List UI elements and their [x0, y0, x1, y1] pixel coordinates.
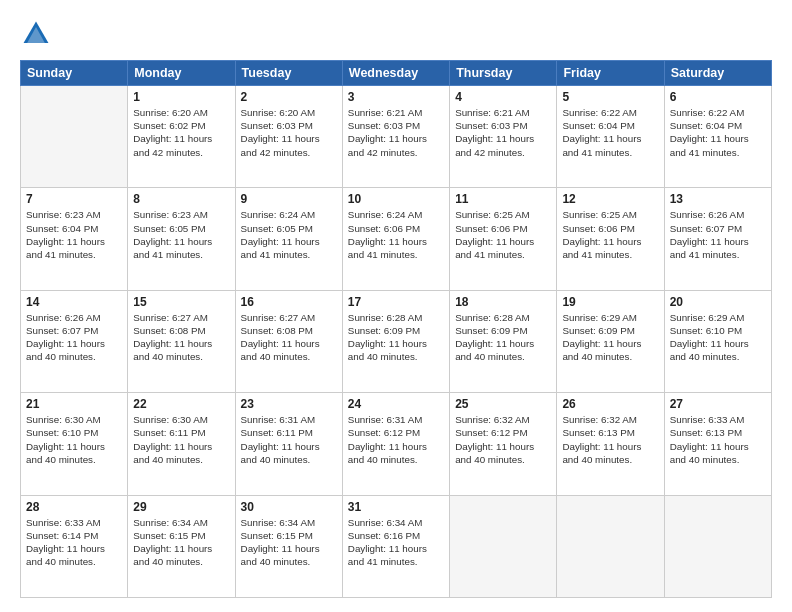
day-info: Sunrise: 6:28 AM Sunset: 6:09 PM Dayligh…: [348, 311, 444, 364]
week-row-4: 21Sunrise: 6:30 AM Sunset: 6:10 PM Dayli…: [21, 393, 772, 495]
day-info: Sunrise: 6:26 AM Sunset: 6:07 PM Dayligh…: [26, 311, 122, 364]
day-cell: 12Sunrise: 6:25 AM Sunset: 6:06 PM Dayli…: [557, 188, 664, 290]
day-info: Sunrise: 6:30 AM Sunset: 6:10 PM Dayligh…: [26, 413, 122, 466]
day-cell: 11Sunrise: 6:25 AM Sunset: 6:06 PM Dayli…: [450, 188, 557, 290]
day-cell: 23Sunrise: 6:31 AM Sunset: 6:11 PM Dayli…: [235, 393, 342, 495]
day-cell: 13Sunrise: 6:26 AM Sunset: 6:07 PM Dayli…: [664, 188, 771, 290]
day-number: 7: [26, 192, 122, 206]
day-number: 11: [455, 192, 551, 206]
day-info: Sunrise: 6:29 AM Sunset: 6:10 PM Dayligh…: [670, 311, 766, 364]
day-cell: 3Sunrise: 6:21 AM Sunset: 6:03 PM Daylig…: [342, 86, 449, 188]
day-info: Sunrise: 6:31 AM Sunset: 6:12 PM Dayligh…: [348, 413, 444, 466]
day-info: Sunrise: 6:22 AM Sunset: 6:04 PM Dayligh…: [562, 106, 658, 159]
day-number: 16: [241, 295, 337, 309]
day-number: 14: [26, 295, 122, 309]
day-cell: 19Sunrise: 6:29 AM Sunset: 6:09 PM Dayli…: [557, 290, 664, 392]
day-cell: 31Sunrise: 6:34 AM Sunset: 6:16 PM Dayli…: [342, 495, 449, 597]
day-info: Sunrise: 6:28 AM Sunset: 6:09 PM Dayligh…: [455, 311, 551, 364]
day-number: 18: [455, 295, 551, 309]
day-number: 15: [133, 295, 229, 309]
day-info: Sunrise: 6:24 AM Sunset: 6:06 PM Dayligh…: [348, 208, 444, 261]
day-number: 3: [348, 90, 444, 104]
day-number: 13: [670, 192, 766, 206]
day-number: 23: [241, 397, 337, 411]
day-cell: 15Sunrise: 6:27 AM Sunset: 6:08 PM Dayli…: [128, 290, 235, 392]
day-cell: 24Sunrise: 6:31 AM Sunset: 6:12 PM Dayli…: [342, 393, 449, 495]
day-cell: 8Sunrise: 6:23 AM Sunset: 6:05 PM Daylig…: [128, 188, 235, 290]
day-info: Sunrise: 6:25 AM Sunset: 6:06 PM Dayligh…: [562, 208, 658, 261]
day-cell: 10Sunrise: 6:24 AM Sunset: 6:06 PM Dayli…: [342, 188, 449, 290]
day-cell: 6Sunrise: 6:22 AM Sunset: 6:04 PM Daylig…: [664, 86, 771, 188]
day-info: Sunrise: 6:21 AM Sunset: 6:03 PM Dayligh…: [348, 106, 444, 159]
day-info: Sunrise: 6:32 AM Sunset: 6:13 PM Dayligh…: [562, 413, 658, 466]
day-info: Sunrise: 6:33 AM Sunset: 6:14 PM Dayligh…: [26, 516, 122, 569]
day-cell: 21Sunrise: 6:30 AM Sunset: 6:10 PM Dayli…: [21, 393, 128, 495]
day-cell: 16Sunrise: 6:27 AM Sunset: 6:08 PM Dayli…: [235, 290, 342, 392]
logo: [20, 18, 56, 50]
day-info: Sunrise: 6:23 AM Sunset: 6:05 PM Dayligh…: [133, 208, 229, 261]
day-cell: 14Sunrise: 6:26 AM Sunset: 6:07 PM Dayli…: [21, 290, 128, 392]
day-number: 5: [562, 90, 658, 104]
day-cell: 18Sunrise: 6:28 AM Sunset: 6:09 PM Dayli…: [450, 290, 557, 392]
day-number: 21: [26, 397, 122, 411]
calendar-table: SundayMondayTuesdayWednesdayThursdayFrid…: [20, 60, 772, 598]
day-cell: 30Sunrise: 6:34 AM Sunset: 6:15 PM Dayli…: [235, 495, 342, 597]
day-cell: 25Sunrise: 6:32 AM Sunset: 6:12 PM Dayli…: [450, 393, 557, 495]
day-number: 29: [133, 500, 229, 514]
weekday-header-tuesday: Tuesday: [235, 61, 342, 86]
day-cell: 27Sunrise: 6:33 AM Sunset: 6:13 PM Dayli…: [664, 393, 771, 495]
day-info: Sunrise: 6:30 AM Sunset: 6:11 PM Dayligh…: [133, 413, 229, 466]
day-number: 22: [133, 397, 229, 411]
header: [20, 18, 772, 50]
logo-icon: [20, 18, 52, 50]
day-cell: 9Sunrise: 6:24 AM Sunset: 6:05 PM Daylig…: [235, 188, 342, 290]
weekday-header-row: SundayMondayTuesdayWednesdayThursdayFrid…: [21, 61, 772, 86]
day-info: Sunrise: 6:29 AM Sunset: 6:09 PM Dayligh…: [562, 311, 658, 364]
day-number: 17: [348, 295, 444, 309]
day-info: Sunrise: 6:27 AM Sunset: 6:08 PM Dayligh…: [133, 311, 229, 364]
weekday-header-wednesday: Wednesday: [342, 61, 449, 86]
weekday-header-friday: Friday: [557, 61, 664, 86]
day-info: Sunrise: 6:34 AM Sunset: 6:16 PM Dayligh…: [348, 516, 444, 569]
weekday-header-monday: Monday: [128, 61, 235, 86]
day-cell: [664, 495, 771, 597]
day-number: 9: [241, 192, 337, 206]
day-number: 28: [26, 500, 122, 514]
day-cell: 28Sunrise: 6:33 AM Sunset: 6:14 PM Dayli…: [21, 495, 128, 597]
day-cell: 17Sunrise: 6:28 AM Sunset: 6:09 PM Dayli…: [342, 290, 449, 392]
day-cell: 1Sunrise: 6:20 AM Sunset: 6:02 PM Daylig…: [128, 86, 235, 188]
day-number: 31: [348, 500, 444, 514]
day-number: 26: [562, 397, 658, 411]
week-row-5: 28Sunrise: 6:33 AM Sunset: 6:14 PM Dayli…: [21, 495, 772, 597]
page: SundayMondayTuesdayWednesdayThursdayFrid…: [0, 0, 792, 612]
day-info: Sunrise: 6:21 AM Sunset: 6:03 PM Dayligh…: [455, 106, 551, 159]
day-number: 2: [241, 90, 337, 104]
day-info: Sunrise: 6:20 AM Sunset: 6:03 PM Dayligh…: [241, 106, 337, 159]
day-info: Sunrise: 6:23 AM Sunset: 6:04 PM Dayligh…: [26, 208, 122, 261]
day-number: 30: [241, 500, 337, 514]
week-row-1: 1Sunrise: 6:20 AM Sunset: 6:02 PM Daylig…: [21, 86, 772, 188]
day-info: Sunrise: 6:32 AM Sunset: 6:12 PM Dayligh…: [455, 413, 551, 466]
day-info: Sunrise: 6:34 AM Sunset: 6:15 PM Dayligh…: [241, 516, 337, 569]
day-cell: [21, 86, 128, 188]
day-number: 4: [455, 90, 551, 104]
day-number: 20: [670, 295, 766, 309]
weekday-header-sunday: Sunday: [21, 61, 128, 86]
day-cell: 29Sunrise: 6:34 AM Sunset: 6:15 PM Dayli…: [128, 495, 235, 597]
day-info: Sunrise: 6:33 AM Sunset: 6:13 PM Dayligh…: [670, 413, 766, 466]
day-cell: 22Sunrise: 6:30 AM Sunset: 6:11 PM Dayli…: [128, 393, 235, 495]
day-cell: 26Sunrise: 6:32 AM Sunset: 6:13 PM Dayli…: [557, 393, 664, 495]
day-number: 10: [348, 192, 444, 206]
day-number: 19: [562, 295, 658, 309]
day-info: Sunrise: 6:20 AM Sunset: 6:02 PM Dayligh…: [133, 106, 229, 159]
day-number: 24: [348, 397, 444, 411]
day-info: Sunrise: 6:24 AM Sunset: 6:05 PM Dayligh…: [241, 208, 337, 261]
day-cell: [557, 495, 664, 597]
day-info: Sunrise: 6:27 AM Sunset: 6:08 PM Dayligh…: [241, 311, 337, 364]
day-info: Sunrise: 6:25 AM Sunset: 6:06 PM Dayligh…: [455, 208, 551, 261]
day-info: Sunrise: 6:26 AM Sunset: 6:07 PM Dayligh…: [670, 208, 766, 261]
weekday-header-thursday: Thursday: [450, 61, 557, 86]
day-number: 25: [455, 397, 551, 411]
day-info: Sunrise: 6:22 AM Sunset: 6:04 PM Dayligh…: [670, 106, 766, 159]
day-info: Sunrise: 6:34 AM Sunset: 6:15 PM Dayligh…: [133, 516, 229, 569]
